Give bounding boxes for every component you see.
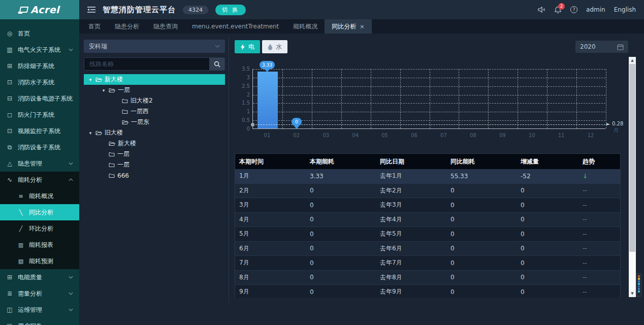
bell-icon[interactable]: 2 xyxy=(554,6,562,14)
sidebar-item-power-quality[interactable]: ⊞电能质量 xyxy=(0,269,79,285)
water-toggle-button[interactable]: 水 xyxy=(262,40,287,53)
tree-node[interactable]: ▾新大楼 xyxy=(84,74,225,85)
table-row[interactable]: 8月 0 去年8月 0 0 -- xyxy=(235,271,620,285)
electric-toggle-button[interactable]: 电 xyxy=(235,40,260,53)
tab-yoy-analysis[interactable]: 同比分析× xyxy=(325,19,371,34)
sidebar-item-demand-analysis[interactable]: ≣需量分析 xyxy=(0,285,79,302)
sidebar-item-fire-door[interactable]: ◻防火门子系统 xyxy=(0,107,79,123)
value-pin: 3.33 xyxy=(260,61,275,69)
tab-energy-overview[interactable]: 能耗概况 xyxy=(286,19,325,34)
table-row[interactable]: 6月 0 去年6月 0 0 -- xyxy=(235,242,620,256)
table-row[interactable]: 9月 0 去年9月 0 0 -- xyxy=(235,285,620,298)
search-button[interactable] xyxy=(209,58,224,70)
help-icon[interactable]: ? xyxy=(570,6,577,13)
sidebar-item-video[interactable]: ⊡视频监控子系统 xyxy=(0,123,79,139)
tab-home[interactable]: 首页 xyxy=(81,19,108,34)
table-row[interactable]: 1月 3.33 去年1月 55.33 -52 ↓ xyxy=(235,169,620,184)
count-badge: 4324 xyxy=(183,6,208,14)
x-axis-tick-label: 06 xyxy=(404,133,425,138)
sidebar-item-user-report[interactable]: ▤用户报告 xyxy=(0,318,79,325)
x-axis-unit-label: 月 xyxy=(614,127,619,134)
language-switch[interactable]: English xyxy=(614,6,636,13)
panel-divider xyxy=(229,37,229,303)
warning-icon: △ xyxy=(6,160,13,167)
tree-node[interactable]: 一层东 xyxy=(84,117,225,127)
sidebar-item-fire-water[interactable]: ⊡消防水子系统 xyxy=(0,74,79,90)
folder-icon xyxy=(109,152,115,157)
cell-period: 8月 xyxy=(235,273,306,282)
v-gridline xyxy=(341,69,342,128)
sidebar-item-yoy-analysis[interactable]: ╲同比分析 xyxy=(0,204,79,220)
folder-open-icon xyxy=(109,88,115,93)
table-row[interactable]: 4月 0 去年4月 0 0 -- xyxy=(235,213,620,228)
sidebar-item-home[interactable]: ◎首页 xyxy=(0,25,79,42)
sidebar-item-electric-fire[interactable]: ▥电气火灾子系统 xyxy=(0,42,79,58)
tree-node[interactable]: 新大楼 xyxy=(84,138,225,149)
tree-node[interactable]: 一层 xyxy=(84,159,225,170)
company-select[interactable]: 安科瑞 xyxy=(84,40,225,53)
tree-node[interactable]: ▾一层 xyxy=(84,85,225,95)
vertical-scrollbar: ▲ ▼ xyxy=(629,57,636,297)
scroll-down-button[interactable]: ▼ xyxy=(629,290,636,297)
sidebar-item-fire-device[interactable]: ⧉消防设备子系统 xyxy=(0,139,79,155)
v-gridline xyxy=(282,69,283,128)
table-scrollbar[interactable] xyxy=(636,273,641,297)
trend-indicator: -- xyxy=(583,245,587,252)
sidebar-item-smoke[interactable]: ⊞防排烟子系统 xyxy=(0,58,79,74)
trend-indicator: -- xyxy=(583,274,587,281)
chevron-down-icon xyxy=(69,162,73,165)
x-axis-tick-label: 07 xyxy=(433,133,454,138)
year-picker[interactable]: 2020 xyxy=(575,41,628,53)
cell-energy: 0 xyxy=(306,231,376,238)
tab-close-icon[interactable]: × xyxy=(360,23,364,30)
sidebar-item-ops-mgmt[interactable]: ◫运维管理 xyxy=(0,302,79,318)
tree-node[interactable]: 旧大楼2 xyxy=(84,95,225,106)
cell-period: 7月 xyxy=(235,258,306,267)
sidebar-item-energy-analysis[interactable]: ∿能耗分析 xyxy=(0,172,79,188)
lightning-icon xyxy=(240,44,245,50)
caret-down-icon[interactable]: ▾ xyxy=(88,77,93,82)
notification-count-badge: 2 xyxy=(558,3,565,10)
table-row[interactable]: 5月 0 去年5月 0 0 -- xyxy=(235,227,620,242)
brand-name: Acrel xyxy=(30,4,59,15)
folder-icon xyxy=(109,173,115,178)
sidebar-item-hazard-mgmt[interactable]: △隐患管理 xyxy=(0,155,79,172)
tab-event-treatment[interactable]: menu.event.eventTreatment xyxy=(185,19,286,34)
sidebar-item-fire-power[interactable]: ⊟消防设备电源子系统 xyxy=(0,90,79,107)
speaker-icon[interactable] xyxy=(537,6,545,13)
tab-hazard-query[interactable]: 隐患查询 xyxy=(146,19,185,34)
menu-fold-icon[interactable] xyxy=(87,6,95,13)
table-row[interactable]: 7月 0 去年7月 0 0 -- xyxy=(235,256,620,271)
caret-down-icon[interactable]: ▾ xyxy=(101,88,106,93)
folder-open-icon xyxy=(109,141,115,146)
table-row[interactable]: 2月 0 去年2月 0 0 -- xyxy=(235,184,620,199)
cell-yoy-date: 去年5月 xyxy=(376,230,446,238)
cell-yoy-energy: 0 xyxy=(446,259,517,267)
tree-node[interactable]: 666 xyxy=(84,170,225,181)
cell-period: 2月 xyxy=(235,186,306,195)
y-axis-tick-label: 2 xyxy=(235,92,250,98)
user-name[interactable]: admin xyxy=(586,6,605,13)
tab-hazard-analysis[interactable]: 隐患分析 xyxy=(108,19,146,34)
trend-indicator: -- xyxy=(583,187,587,194)
sidebar-item-energy-overview[interactable]: ≡能耗概况 xyxy=(0,188,79,204)
switch-button[interactable]: 切 换 xyxy=(215,5,246,15)
cell-delta: 0 xyxy=(517,259,578,267)
tree-node[interactable]: 一层西 xyxy=(84,106,225,117)
tree-node[interactable]: 一层 xyxy=(84,149,225,159)
acrel-logo-icon xyxy=(19,7,29,13)
video-monitor-icon: ⊡ xyxy=(6,127,13,135)
search-input[interactable] xyxy=(84,58,209,70)
chart-bar[interactable] xyxy=(257,72,278,128)
folder-icon xyxy=(122,99,128,104)
cell-yoy-date: 去年7月 xyxy=(376,258,446,267)
scroll-up-button[interactable]: ▲ xyxy=(629,57,636,64)
sidebar-item-energy-report[interactable]: ▥能耗报表 xyxy=(0,237,79,253)
sidebar-item-energy-forecast[interactable]: ▧能耗预测 xyxy=(0,253,79,269)
scrollbar-thumb[interactable] xyxy=(629,64,635,252)
sidebar-item-mom-analysis[interactable]: ╱环比分析 xyxy=(0,220,79,237)
table-row[interactable]: 3月 0 去年3月 0 0 -- xyxy=(235,198,620,213)
tree-node[interactable]: ▾旧大楼 xyxy=(84,127,225,138)
caret-down-icon[interactable]: ▾ xyxy=(88,131,93,136)
cell-yoy-energy: 0 xyxy=(446,288,517,296)
